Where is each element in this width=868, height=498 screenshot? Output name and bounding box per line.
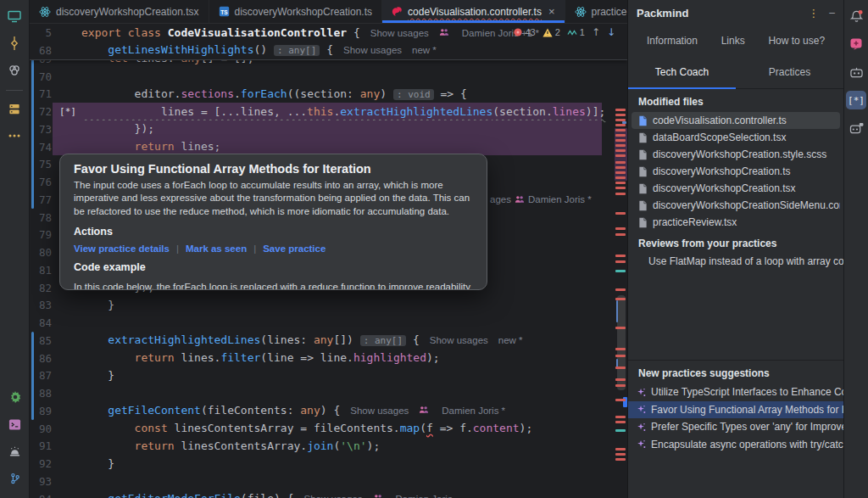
- code-annotation[interactable]: Show usages: [370, 28, 429, 38]
- tooltip-link-view-practice-details[interactable]: View practice details: [74, 243, 170, 254]
- tab-discoveryWorkshopCreation.ts[interactable]: TSdiscoveryWorkshopCreation.ts: [209, 0, 383, 23]
- review-item[interactable]: Use FlatMap instead of a loop with array…: [628, 254, 843, 269]
- sidebar-button-database[interactable]: [3, 98, 25, 120]
- code-annotation[interactable]: new *: [498, 335, 523, 345]
- code-line-90[interactable]: 90 const linesContentsArray = fileConten…: [30, 420, 614, 438]
- ide-window: discoveryWorkshopCreation.tsxTSdiscovery…: [0, 0, 868, 498]
- inspection-widget[interactable]: 4321↑↓: [514, 24, 615, 42]
- code-line-70[interactable]: 70: [30, 68, 614, 86]
- file-name: dataBoardScopeSelection.tsx: [653, 131, 786, 143]
- typescript-icon: TS: [219, 6, 230, 17]
- code-line-72[interactable]: 72[*] lines = [...lines, ...this.extract…: [30, 103, 614, 120]
- code-line-83[interactable]: 83 }: [30, 296, 614, 314]
- stripe-mark-r: [615, 227, 626, 230]
- stripe-mark-r: [615, 448, 626, 450]
- strip-button-packmind-brackets[interactable]: [*]: [846, 91, 866, 109]
- tooltip-code-example-body: In this code below, the forEach loop is …: [74, 281, 473, 290]
- sidebar-button-settings-gear[interactable]: [4, 386, 26, 408]
- practice-suggestion-item[interactable]: Encapsulate async operations with try/ca…: [628, 436, 843, 454]
- stripe-mark-r: [615, 171, 626, 174]
- panel-tab-information[interactable]: Information: [647, 35, 698, 47]
- modified-file-item[interactable]: practiceReview.tsx: [632, 214, 840, 231]
- stripe-mark-r: [615, 378, 626, 381]
- stripe-mark-r: [615, 119, 626, 121]
- stripe-mark-r: [615, 161, 626, 164]
- panel-tab-tech-coach[interactable]: Tech Coach: [628, 55, 736, 88]
- code-line-94[interactable]: 94 getEditorModeForFile(file) {Show usag…: [30, 490, 614, 498]
- code-text: return lines.filter(line => line.highlig…: [81, 351, 440, 364]
- stripe-mark-r: [615, 166, 626, 169]
- stripe-mark-r: [615, 298, 626, 300]
- tab-discoveryWorkshopCreation.tsx[interactable]: discoveryWorkshopCreation.tsx: [30, 0, 209, 23]
- code-line-88[interactable]: 88: [30, 384, 614, 402]
- code-annotation[interactable]: Show usages: [303, 494, 362, 498]
- code-line-86[interactable]: 86 return lines.filter(line => line.high…: [30, 350, 614, 367]
- sidebar-button-version-circles[interactable]: [3, 59, 25, 81]
- stripe-mark-r: [615, 399, 626, 401]
- next-problem-arrow[interactable]: ↓: [607, 26, 615, 38]
- code-line-92[interactable]: 92 }: [30, 455, 614, 473]
- prev-problem-arrow[interactable]: ↑: [592, 26, 600, 38]
- strip-button-ai-robot-chat[interactable]: [846, 119, 866, 137]
- code-line-85[interactable]: 85 extractHighlightedLines(lines: any[])…: [30, 332, 614, 350]
- code-line-73[interactable]: 73 });: [30, 120, 614, 138]
- strip-button-bell-dot[interactable]: [846, 7, 866, 25]
- code-line-89[interactable]: 89 getFileContent(fileContents: any) {Sh…: [30, 402, 614, 420]
- panel-options-icon[interactable]: ⋮: [808, 7, 819, 20]
- code-line-68[interactable]: 68 getLinesWithHighlights() : any[] {Sho…: [30, 42, 627, 59]
- sidebar-button-more-dots[interactable]: [3, 125, 25, 147]
- file-icon: [638, 166, 648, 177]
- code-line-71[interactable]: 71 editor.sections.forEach((section: any…: [30, 85, 614, 103]
- tooltip-link-save-practice[interactable]: Save practice: [263, 243, 326, 254]
- code-line-91[interactable]: 91 return linesContentsArray.join('\n');: [30, 437, 614, 455]
- sidebar-button-commit[interactable]: [3, 32, 25, 54]
- close-icon[interactable]: ×: [548, 5, 555, 18]
- code-annotation[interactable]: new *: [412, 45, 437, 55]
- code-annotation[interactable]: Damien Joris: [396, 494, 453, 498]
- stripe-mark-r: [615, 124, 626, 126]
- panel-tab-links[interactable]: Links: [721, 35, 745, 47]
- stripe-mark-r: [615, 193, 626, 195]
- strip-button-packmind-pin[interactable]: [846, 35, 866, 53]
- file-name: discoveryWorkshopCreationSideMenu.contro…: [653, 199, 840, 211]
- strip-button-ai-robot[interactable]: [846, 63, 866, 81]
- react-icon: [575, 6, 587, 18]
- commit-icon: [9, 36, 19, 51]
- svg-text:TS: TS: [220, 9, 228, 15]
- code-line-87[interactable]: 87 }: [30, 367, 614, 384]
- modified-file-item[interactable]: discoveryWorkshopCreation.style.scss: [632, 146, 840, 163]
- modified-file-item[interactable]: dataBoardScopeSelection.tsx: [632, 129, 840, 146]
- modified-file-item[interactable]: discoveryWorkshopCreationSideMenu.contro…: [632, 197, 840, 214]
- stripe-mark-r: [615, 144, 626, 147]
- ai-robot-chat-icon: [849, 122, 864, 135]
- code-annotation[interactable]: Show usages: [343, 45, 402, 55]
- practice-suggestion-item[interactable]: Utilize TypeScript Interfaces to Enhance…: [628, 383, 843, 401]
- sidebar-button-terminal[interactable]: [4, 413, 26, 435]
- panel-tab-practices[interactable]: Practices: [736, 55, 843, 88]
- practice-suggestion-item[interactable]: Prefer Specific Types over 'any' for Imp…: [628, 418, 843, 436]
- stripe-mark-r: [615, 384, 626, 387]
- code-annotation[interactable]: Show usages: [430, 335, 488, 345]
- sidebar-button-git-branch[interactable]: [4, 467, 26, 490]
- code-annotation[interactable]: Show usages: [350, 406, 409, 416]
- panel-minimize-icon[interactable]: –: [829, 7, 835, 19]
- typo-count: 1: [567, 27, 585, 37]
- modified-file-item[interactable]: discoveryWorkshopCreation.tsx: [632, 180, 840, 197]
- tooltip-code-example-heading: Code example: [74, 261, 473, 273]
- panel-tab-howtouse[interactable]: How to use?: [768, 35, 825, 47]
- sidebar-button-monitor[interactable]: [3, 5, 25, 27]
- modified-file-item[interactable]: codeVisualisation.controller.ts: [632, 112, 840, 129]
- code-line-84[interactable]: 84: [30, 314, 614, 332]
- error-stripe[interactable]: [614, 24, 627, 498]
- tooltip-link-mark-as-seen[interactable]: Mark as seen: [186, 243, 247, 254]
- modified-file-item[interactable]: discoveryWorkshopCreation.ts: [632, 163, 840, 180]
- stripe-mark-r: [615, 154, 626, 157]
- code-annotation[interactable]: Damien Joris *: [442, 406, 505, 416]
- practice-suggestion-item[interactable]: Favor Using Functional Array Methods for…: [628, 401, 843, 419]
- sidebar-button-services-alarm[interactable]: [4, 440, 26, 462]
- code-line-5[interactable]: 5export class CodeVisualisationControlle…: [30, 24, 627, 42]
- packmind-gutter-marker[interactable]: [*]: [55, 106, 81, 117]
- code-line-93[interactable]: 93: [30, 473, 614, 490]
- warning-count: 2: [542, 27, 560, 37]
- tab-codeVisualisation.controller.ts[interactable]: codeVisualisation.controller.ts×: [382, 0, 565, 23]
